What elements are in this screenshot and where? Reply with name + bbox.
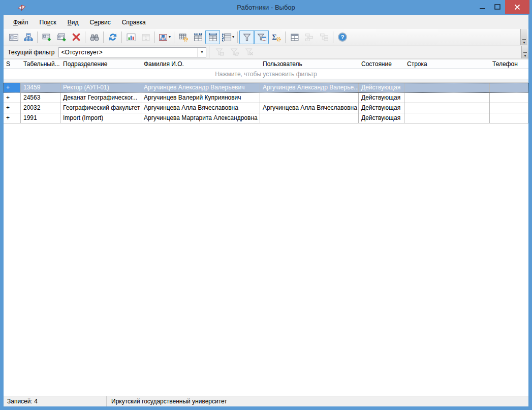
book-hierarchy-button[interactable]: ▾ — [157, 30, 172, 44]
toolbar-separator — [333, 31, 333, 43]
cell-user[interactable] — [260, 113, 359, 123]
copy-record-button[interactable] — [54, 30, 69, 44]
window-controls — [475, 0, 532, 14]
cell-name[interactable]: Аргучинцев Александр Валерьевич — [141, 83, 260, 92]
cell-name[interactable]: Аргучинцева Алла Вячеславовна — [141, 103, 260, 113]
maximize-button[interactable] — [490, 0, 505, 14]
cell-s[interactable]: + — [4, 83, 21, 92]
cell-phone[interactable] — [490, 93, 528, 103]
column-header-name[interactable]: Фамилия И.О. — [141, 59, 260, 69]
toolbar-overflow-button[interactable]: ▾ — [521, 46, 528, 58]
cell-tab-no[interactable]: 1991 — [21, 113, 60, 123]
cell-state[interactable]: Действующая — [359, 93, 404, 103]
cell-line[interactable] — [404, 83, 490, 92]
toolbar-separator — [103, 31, 104, 43]
status-organization-panel: Иркутский государственный университет — [107, 398, 227, 405]
cell-division[interactable]: Географический факультет — [60, 103, 141, 113]
table-row[interactable]: + 13459 Ректор (АУП-01) Аргучинцев Алекс… — [4, 83, 528, 93]
cell-phone[interactable] — [490, 113, 528, 123]
calendar-day-button: 1 — [138, 30, 153, 44]
cell-line[interactable] — [404, 93, 490, 103]
search-button[interactable] — [87, 30, 102, 44]
svg-text:Σ: Σ — [272, 34, 276, 41]
chart-button[interactable] — [123, 30, 138, 44]
chevron-down-icon[interactable]: ▾ — [232, 35, 234, 39]
column-header-user[interactable]: Пользователь — [260, 59, 359, 69]
hierarchy-view-button[interactable] — [21, 30, 36, 44]
column-header-tab-no[interactable]: Табельный... — [21, 59, 60, 69]
combobox-arrow-icon[interactable]: ▼ — [197, 48, 206, 57]
overflow-bar-icon — [522, 39, 526, 40]
cell-line[interactable] — [404, 113, 490, 123]
cell-division[interactable]: Import (Import) — [60, 113, 141, 123]
cell-user[interactable]: Аргучинцева Алла Вячеславовна — [260, 103, 359, 113]
cell-state[interactable]: Действующая — [359, 113, 404, 123]
column-header-phone[interactable]: Телефон — [490, 59, 528, 69]
cell-tab-no[interactable]: 20032 — [21, 103, 60, 113]
column-header-division[interactable]: Подразделение — [60, 59, 141, 69]
save-filter-icon — [214, 48, 225, 56]
table-row[interactable]: + 20032 Географический факультет Аргучин… — [4, 103, 528, 113]
table-row[interactable]: + 24563 Деканат Географическог... Аргучи… — [4, 93, 528, 103]
filter-hint-row[interactable]: Нажмите, чтобы установить фильтр — [4, 69, 528, 79]
grid-header-view-button[interactable] — [287, 30, 302, 44]
menu-search[interactable]: Поиск — [34, 16, 62, 28]
column-header-state[interactable]: Состояние — [359, 59, 404, 69]
cell-phone[interactable] — [490, 103, 528, 113]
grouping-one-button — [302, 30, 317, 44]
menu-file[interactable]: Файл — [8, 16, 34, 28]
delete-record-button[interactable] — [69, 30, 83, 44]
menu-help[interactable]: Справка — [116, 16, 151, 28]
columns-autofit-button[interactable] — [191, 30, 205, 44]
column-header-line[interactable]: Строка — [404, 59, 490, 69]
cell-division[interactable]: Деканат Географическог... — [60, 93, 141, 103]
maximize-icon — [494, 4, 500, 10]
filter-button[interactable] — [239, 30, 254, 44]
column-header-s[interactable]: S — [4, 59, 21, 69]
cell-s[interactable]: + — [4, 113, 21, 123]
cell-user[interactable] — [260, 93, 359, 103]
table-settings-button[interactable] — [176, 30, 191, 44]
cell-tab-no[interactable]: 13459 — [21, 83, 60, 92]
table-row[interactable]: + 1991 Import (Import) Аргучинцева Марга… — [4, 113, 528, 123]
add-record-icon — [42, 33, 52, 42]
close-button[interactable] — [505, 0, 529, 14]
cell-s[interactable]: + — [4, 93, 21, 103]
toolbar-overflow-button[interactable]: ▾ — [520, 29, 527, 45]
help-button[interactable]: ? — [335, 30, 350, 44]
cell-division[interactable]: Ректор (АУП-01) — [60, 83, 141, 92]
grouping-one-icon — [304, 33, 315, 42]
chevron-down-icon: ▾ — [523, 41, 525, 44]
main-toolbar: 1 ▾ — [4, 29, 528, 46]
cell-state[interactable]: Действующая — [359, 103, 404, 113]
add-record-button[interactable] — [39, 30, 54, 44]
cell-s[interactable]: + — [4, 103, 21, 113]
column-fit-width-button[interactable] — [205, 30, 220, 44]
toolbar-separator — [209, 46, 209, 58]
minimize-button[interactable] — [475, 0, 490, 14]
refresh-button[interactable] — [105, 30, 120, 44]
chevron-down-icon[interactable]: ▾ — [169, 35, 171, 39]
cell-phone[interactable] — [490, 83, 528, 92]
grid-group-gap — [4, 79, 528, 83]
row-height-button[interactable]: ▾ — [220, 30, 236, 44]
app-logo-icon[interactable] — [16, 3, 27, 12]
filter-date-button[interactable]: 1 — [254, 30, 269, 44]
title-bar: Работники - Выбор — [0, 0, 532, 15]
cell-name[interactable]: Аргучинцев Валерий Куприянович — [141, 93, 260, 103]
cell-user[interactable]: Аргучинцев Александр Валерье... — [260, 83, 359, 92]
cell-state[interactable]: Действующая — [359, 83, 404, 92]
toolbar-separator — [174, 31, 174, 43]
menu-service[interactable]: Сервис — [84, 16, 116, 28]
totals-button[interactable]: Σ — [269, 30, 284, 44]
current-filter-combobox[interactable]: <Отсутствует> ▼ — [58, 47, 206, 57]
book-hierarchy-icon — [158, 33, 168, 42]
cell-name[interactable]: Аргучинцева Маргарита Александровна — [141, 113, 260, 123]
grid-empty-area — [4, 123, 528, 396]
cell-line[interactable] — [404, 103, 490, 113]
calendar-day-icon: 1 — [141, 33, 151, 42]
form-view-button[interactable] — [6, 30, 21, 44]
menu-view[interactable]: Вид — [62, 16, 84, 28]
cell-tab-no[interactable]: 24563 — [21, 93, 60, 103]
toolbar-separator — [237, 31, 238, 43]
